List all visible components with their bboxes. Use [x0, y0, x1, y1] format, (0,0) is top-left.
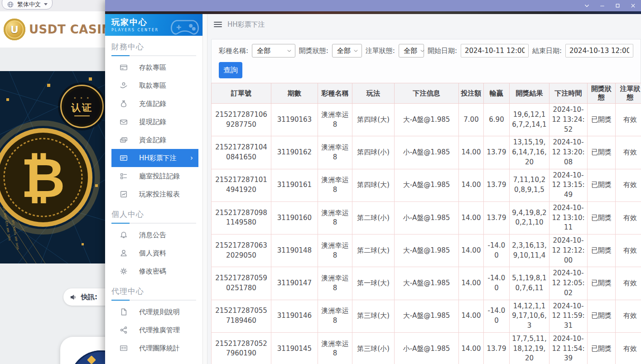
sidebar-item-report[interactable]: 玩家投注報表 — [105, 185, 202, 203]
certified-badge: ✶ ✶ ✶ 认证 — [60, 85, 104, 128]
funds-icon — [120, 136, 128, 144]
sidebar-item-funds[interactable]: 資金記錄 — [105, 131, 202, 149]
sidebar-item-label: 廳室投註記錄 — [139, 172, 180, 181]
sidebar: 玩家中心 PLAYERS CENTER 財務中心存款專區取款專區充值記錄提現記錄… — [105, 14, 202, 364]
cell-bet-info: 小-A盤@1.985 — [395, 332, 459, 364]
cell-bet-info: 大-A盤@1.985 — [395, 267, 459, 300]
brand-logo[interactable]: U USDT CASINO — [4, 19, 122, 40]
section-title: 個人中心 — [111, 209, 202, 220]
select-value: 全部 — [257, 47, 270, 55]
table-row: 215217287055718946031190146澳洲幸运8第三球(大)大-… — [212, 300, 641, 332]
sidebar-scrollbar[interactable] — [202, 14, 207, 364]
cell-play-type: 第四球(大) — [352, 169, 395, 201]
sidebar-item-gear[interactable]: 修改密碼 — [105, 262, 202, 280]
table-row: 215217287059025178031190147澳洲幸运8第一球(大)大-… — [212, 267, 641, 300]
lottery-name-select[interactable]: 全部 — [252, 44, 295, 57]
ticker-label: 快訊: — [81, 293, 97, 302]
end-date-input[interactable] — [565, 44, 633, 57]
cell-bet-time: 2024-10-12 12:05:02 — [549, 267, 588, 300]
cell-order-no: 2152172871069287750 — [212, 104, 271, 136]
sidebar-item-deposit[interactable]: 存款專區 — [105, 58, 202, 77]
filter-label: 開始日期: — [428, 47, 457, 55]
cell-bet-amount: 14.00 — [459, 332, 484, 364]
section-divider — [111, 300, 196, 301]
cell-order-no: 2152172871040841650 — [212, 136, 271, 169]
cell-draw-status: 已開獎 — [588, 169, 616, 201]
menu-icon[interactable] — [214, 22, 222, 27]
query-button[interactable]: 查詢 — [219, 62, 242, 78]
bets-table: 訂單號期數彩種名稱玩法下注信息投注額輸贏開獎結果下注時間開獎狀態注單狀態 215… — [211, 83, 641, 364]
cell-bet-info: 大-A盤@1.985 — [395, 104, 459, 136]
cell-draw-status: 已開獎 — [588, 104, 616, 136]
deposit-icon — [120, 63, 128, 72]
filter-label: 彩種名稱: — [219, 47, 248, 55]
sidebar-item-recharge[interactable]: 充值記錄 — [105, 95, 202, 113]
cell-bet-status: 有效 — [616, 235, 641, 267]
gear-icon — [120, 267, 128, 275]
cell-lottery-name: 澳洲幸运8 — [318, 104, 352, 136]
globe-icon — [7, 1, 14, 8]
sidebar-item-lottery[interactable]: HH彩票下注› — [111, 149, 198, 167]
withdraw-icon — [120, 81, 128, 90]
draw-status-select[interactable]: 全部 — [332, 44, 362, 57]
column-header-lottery-name: 彩種名稱 — [318, 83, 352, 104]
bet-status-select[interactable]: 全部 — [399, 44, 424, 57]
cell-win-loss: 13.79 — [484, 136, 510, 169]
sidebar-nav: 財務中心存款專區取款專區充值記錄提現記錄資金記錄HH彩票下注›廳室投註記錄玩家投… — [105, 42, 202, 357]
bitcoin-hero-image: ₿ BTC USDT ETH XMR IOTA BTC MIOTA XRP DA… — [0, 71, 105, 263]
sidebar-item-label: 消息公告 — [139, 231, 166, 239]
filter-label: 開獎狀態: — [299, 47, 328, 55]
background-topbar: 繁体中文 — [0, 0, 105, 11]
column-header-draw-result: 開獎結果 — [510, 83, 549, 104]
team-icon — [120, 344, 128, 352]
sidebar-item-room[interactable]: 廳室投註記錄 — [105, 167, 202, 185]
cell-play-type: 第二球(小) — [352, 201, 395, 234]
background-gap — [0, 48, 105, 71]
filter-panel: 彩種名稱:全部開獎狀態:全部注單狀態:全部開始日期:結束日期: 查詢 — [211, 39, 641, 83]
cell-order-no: 2152172870590251780 — [212, 267, 271, 300]
sidebar-item-label: 修改密碼 — [139, 267, 166, 276]
cell-draw-status: 已開獎 — [588, 235, 616, 267]
table-row: 215217287063202905031190148澳洲幸运8第二球(大)大-… — [212, 235, 641, 267]
cell-draw-result: 9,4,19,8,20,2,1,10 — [510, 201, 549, 234]
cell-play-type: 第二球(大) — [352, 235, 395, 267]
language-selector[interactable]: 繁体中文 — [2, 0, 53, 10]
table-row: 215217287101494192031190161澳洲幸运8第四球(大)大-… — [212, 169, 641, 201]
cell-draw-result: 7,11,10,20,8,9,1,5 — [510, 169, 549, 201]
column-header-order-no: 訂單號 — [212, 83, 271, 104]
cell-play-type: 第三球(小) — [352, 332, 395, 364]
sidebar-item-label: HH彩票下注 — [139, 154, 177, 163]
cell-bet-time: 2024-10-12 13:20:08 — [549, 136, 588, 169]
sidebar-item-team[interactable]: 代理團隊統計 — [105, 339, 202, 357]
column-header-period: 期數 — [271, 83, 318, 104]
cell-bet-info: 小-A盤@1.985 — [395, 136, 459, 169]
sidebar-item-cashout[interactable]: 提現記錄 — [105, 113, 202, 131]
sidebar-item-user[interactable]: 個人資料 — [105, 244, 202, 262]
sidebar-item-doc[interactable]: 代理規則說明 — [105, 303, 202, 321]
cell-order-no: 2152172870632029050 — [212, 235, 271, 267]
sidebar-item-withdraw[interactable]: 取款專區 — [105, 77, 202, 95]
sidebar-item-bell[interactable]: 消息公告 — [105, 226, 202, 244]
window-minimize-button[interactable] — [597, 1, 607, 10]
cell-period: 31190148 — [271, 235, 318, 267]
svg-text:₿: ₿ — [21, 147, 65, 210]
start-date-input[interactable] — [461, 44, 529, 57]
cell-bet-time: 2024-10-12 13:15:49 — [549, 169, 588, 201]
filter-label: 結束日期: — [532, 47, 562, 55]
select-chevron-icon — [420, 48, 425, 53]
column-header-play-type: 玩法 — [352, 83, 395, 104]
user-icon — [120, 249, 128, 257]
sidebar-item-share[interactable]: 代理推廣管理 — [105, 321, 202, 339]
sidebar-item-label: 存款專區 — [139, 63, 166, 72]
window-restore-down-button[interactable] — [581, 1, 592, 10]
section-title: 代理中心 — [111, 286, 202, 297]
table-row: 215217287104084165031190162澳洲幸运8第四球(小)小-… — [212, 136, 641, 169]
cell-order-no: 2152172871014941920 — [212, 169, 271, 201]
cell-bet-amount: 14.00 — [459, 201, 484, 234]
window-maximize-button[interactable] — [612, 1, 623, 10]
cell-bet-status: 有效 — [616, 104, 641, 136]
window-close-button[interactable] — [627, 1, 638, 10]
gamepad-icon — [170, 16, 200, 36]
filter-row: 彩種名稱:全部開獎狀態:全部注單狀態:全部開始日期:結束日期: — [219, 44, 633, 57]
cell-win-loss: -14.00 — [484, 300, 510, 332]
